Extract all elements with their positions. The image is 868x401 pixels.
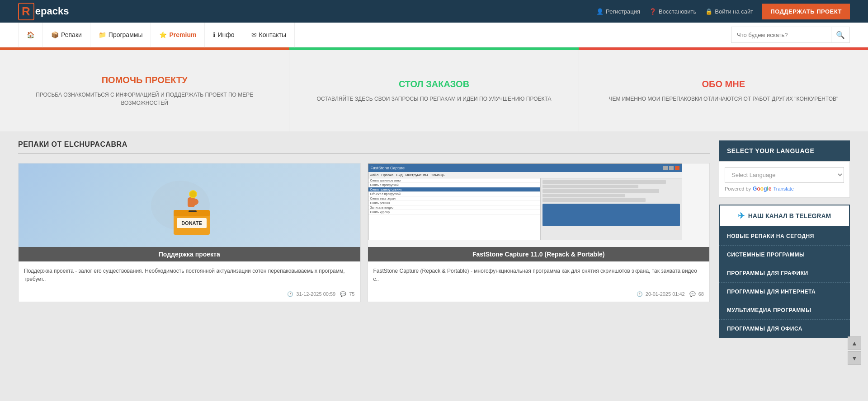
- promo-orders-desc: ОСТАВЛЯЙТЕ ЗДЕСЬ СВОИ ЗАПРОСЫ ПО РЕПАКАМ…: [317, 95, 552, 103]
- fw-row-1: [542, 180, 666, 184]
- nav-contacts[interactable]: ✉ Контакты: [243, 23, 295, 47]
- card-donate-image: DONATE: [19, 163, 360, 247]
- contacts-icon: ✉: [251, 23, 257, 47]
- sidebar-menu-item-3[interactable]: ПРОГРАММЫ ДЛЯ ИНТЕРНЕТА: [719, 283, 850, 301]
- fw-body: Снять активное окно Снять с прокруткой С…: [368, 178, 682, 240]
- search-input[interactable]: [731, 32, 831, 38]
- fw-row-5: [542, 198, 646, 202]
- powered-by: Powered by Google Translate: [725, 183, 844, 192]
- fw-view-menu: Вид: [396, 173, 402, 177]
- lang-header: SELECT YOUR LANGUAGE: [719, 140, 850, 161]
- main-content: РЕПАКИ ОТ ELCHUPACABRA: [0, 131, 868, 347]
- fw-list-item-2: Снять с прокруткой: [368, 183, 540, 187]
- faststone-visual-container: FastStone Capture Файл Правка Вид Инстру…: [368, 163, 710, 247]
- nav-programs[interactable]: 📁 Программы: [90, 23, 151, 47]
- sidebar-menu-item-4[interactable]: МУЛЬТИМЕДИА ПРОГРАММЫ: [719, 301, 850, 320]
- lang-select-wrap: Select Language English Russian German F…: [719, 161, 850, 198]
- nav-links: 🏠 📦 Репаки 📁 Программы ⭐ Premium ℹ Инфо …: [18, 23, 295, 47]
- user-icon: 👤: [596, 8, 604, 15]
- promo-orders[interactable]: СТОЛ ЗАКАЗОВ ОСТАВЛЯЙТЕ ЗДЕСЬ СВОИ ЗАПРО…: [289, 50, 579, 131]
- scroll-buttons: ▲ ▼: [848, 336, 861, 347]
- home-icon: 🏠: [27, 23, 34, 47]
- svg-text:DONATE: DONATE: [181, 220, 202, 226]
- translate-text: Translate: [774, 186, 794, 191]
- telegram-button[interactable]: ✈ НАШ КАНАЛ В TELEGRAM: [719, 205, 850, 227]
- fw-list-item-6: Снять регион: [368, 201, 540, 205]
- comment-icon: 💬: [340, 291, 346, 297]
- restore-link[interactable]: ❓ Восстановить: [649, 8, 696, 15]
- fw-row-4: [542, 194, 625, 197]
- nav-repacks[interactable]: 📦 Репаки: [43, 23, 90, 47]
- programs-icon: 📁: [99, 23, 106, 47]
- faststone-date: 🕐 20-01-2025 01:42: [637, 291, 685, 297]
- fw-close-btn: [675, 166, 679, 170]
- svg-rect-3: [189, 210, 197, 212]
- fw-row-3: [542, 189, 659, 193]
- right-sidebar: SELECT YOUR LANGUAGE Select Language Eng…: [719, 140, 850, 338]
- fw-list-item-7: Записать видео: [368, 205, 540, 210]
- promo-section: ПОМОЧЬ ПРОЕКТУ ПРОСЬБА ОЗНАКОМИТЬСЯ С ИН…: [0, 50, 868, 131]
- search-button[interactable]: 🔍: [831, 27, 849, 43]
- login-link[interactable]: 🔒 Войти на сайт: [705, 8, 753, 15]
- promo-help-title: ПОМОЧЬ ПРОЕКТУ: [102, 75, 188, 85]
- card-donate[interactable]: DONATE Поддержка проекта Поддержка проек…: [18, 163, 361, 302]
- fw-left-panel: Снять активное окно Снять с прокруткой С…: [368, 178, 541, 240]
- fw-edit-menu: Правка: [381, 173, 393, 177]
- language-select[interactable]: Select Language English Russian German F…: [725, 167, 844, 183]
- card-faststone-meta: 🕐 20-01-2025 01:42 💬 68: [368, 289, 710, 302]
- search-icon: 🔍: [836, 31, 845, 39]
- logo[interactable]: R epacks: [18, 3, 69, 20]
- promo-help-desc: ПРОСЬБА ОЗНАКОМИТЬСЯ С ИНФОРМАЦИЕЙ И ПОД…: [14, 91, 275, 107]
- nav-home[interactable]: 🏠: [18, 23, 43, 47]
- support-button[interactable]: ПОДДЕРЖАТЬ ПРОЕКТ: [762, 4, 850, 19]
- sidebar-menu-item-0[interactable]: НОВЫЕ РЕПАКИ НА СЕГОДНЯ: [719, 227, 850, 246]
- fw-minimize-btn: [663, 166, 668, 170]
- main-nav: 🏠 📦 Репаки 📁 Программы ⭐ Premium ℹ Инфо …: [0, 23, 868, 47]
- fw-tools-menu: Инструменты: [406, 173, 428, 177]
- repacks-icon: 📦: [51, 23, 59, 47]
- lock-icon: 🔒: [705, 8, 712, 15]
- nav-info[interactable]: ℹ Инфо: [205, 23, 243, 47]
- fw-list-item-1: Снять активное окно: [368, 178, 540, 183]
- donate-illustration: DONATE: [144, 169, 235, 242]
- promo-help[interactable]: ПОМОЧЬ ПРОЕКТУ ПРОСЬБА ОЗНАКОМИТЬСЯ С ИН…: [0, 50, 289, 131]
- sidebar-menu-item-2[interactable]: ПРОГРАММЫ ДЛЯ ГРАФИКИ: [719, 264, 850, 283]
- question-icon: ❓: [649, 8, 656, 15]
- clock-icon: 🕐: [287, 291, 293, 297]
- clock-icon-2: 🕐: [637, 291, 643, 297]
- svg-point-9: [190, 191, 196, 197]
- sidebar-menu-item-1[interactable]: СИСТЕМНЫЕ ПРОГРАММЫ: [719, 246, 850, 264]
- fw-file-menu: Файл: [370, 173, 379, 177]
- nav-premium[interactable]: ⭐ Premium: [151, 23, 205, 47]
- card-donate-meta: 🕐 31-12-2025 00:59 💬 75: [19, 289, 360, 302]
- donate-date: 🕐 31-12-2025 00:59: [287, 291, 335, 297]
- scroll-up-button[interactable]: ▲: [848, 336, 861, 347]
- fw-row-2: [542, 185, 639, 188]
- card-faststone[interactable]: FastStone Capture Файл Правка Вид Инстру…: [368, 163, 710, 302]
- fw-right-content: [541, 178, 682, 228]
- card-faststone-text: FastStone Capture (Repack & Portable) - …: [368, 261, 710, 289]
- card-donate-text: Поддержка проекта - залог его существова…: [19, 261, 360, 289]
- card-grid: DONATE Поддержка проекта Поддержка проек…: [18, 163, 710, 302]
- fw-list-item-5: Снять весь экран: [368, 196, 540, 201]
- info-icon: ℹ: [213, 23, 215, 47]
- faststone-window-mock: FastStone Capture Файл Правка Вид Инстру…: [368, 163, 682, 240]
- fw-menubar: Файл Правка Вид Инструменты Помощь: [368, 172, 682, 178]
- promo-about-title: ОБО МНЕ: [702, 79, 745, 89]
- promo-about[interactable]: ОБО МНЕ ЧЕМ ИМЕННО МОИ ПЕРЕПАКОВКИ ОТЛИЧ…: [579, 50, 868, 131]
- fw-maximize-btn: [669, 166, 674, 170]
- premium-icon: ⭐: [159, 23, 167, 47]
- register-link[interactable]: 👤 Регистрация: [596, 8, 640, 15]
- sidebar-menu-item-5[interactable]: ПРОГРАММЫ ДЛЯ ОФИСА: [719, 320, 850, 338]
- card-faststone-image: FastStone Capture Файл Правка Вид Инстру…: [368, 163, 710, 247]
- svg-rect-7: [188, 197, 195, 207]
- fw-title-text: FastStone Capture: [371, 166, 662, 170]
- card-faststone-label: FastStone Capture 11.0 (Repack & Portabl…: [368, 247, 710, 261]
- fw-list-item-3: Снять прямоугольник: [368, 187, 540, 192]
- fw-preview: [542, 204, 680, 226]
- left-column: РЕПАКИ ОТ ELCHUPACABRA: [18, 140, 710, 338]
- donate-visual-container: DONATE: [19, 163, 360, 247]
- section-title: РЕПАКИ ОТ ELCHUPACABRA: [18, 140, 710, 154]
- google-logo: Google: [753, 186, 771, 192]
- fw-list-item-8: Снять курсор: [368, 210, 540, 214]
